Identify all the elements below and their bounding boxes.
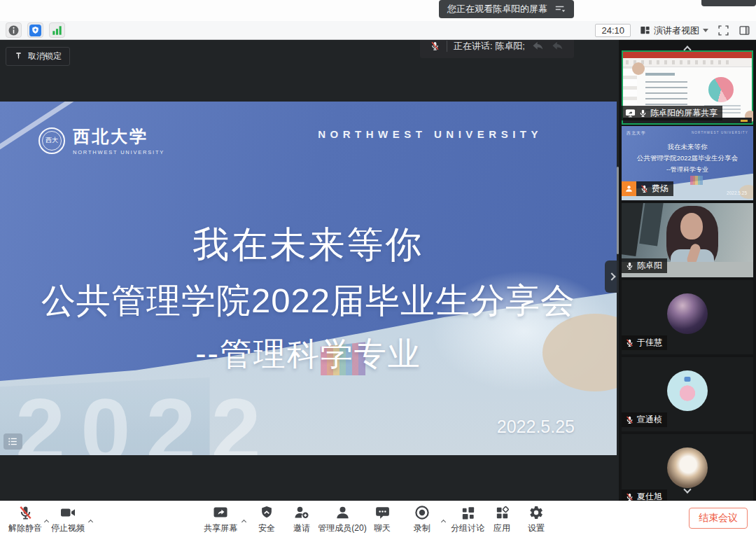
video-options-chevron[interactable] [89, 514, 92, 527]
mic-muted-icon [625, 415, 634, 424]
annotation-arrow-icon[interactable] [531, 41, 545, 52]
top-right-notch [701, 0, 756, 6]
top-strip: 您正在观看陈卓阳的屏幕 [0, 0, 756, 21]
participant-tile-chenzhuoyang[interactable]: 陈卓阳 [622, 203, 753, 277]
participant-label: 夏仕旭 [622, 489, 667, 501]
watch-banner-text: 您正在观看陈卓阳的屏幕 [447, 3, 547, 15]
divider [447, 41, 447, 52]
layout-icon [640, 25, 650, 36]
view-mode-selector[interactable]: 演讲者视图 [640, 25, 708, 37]
mic-muted-icon [18, 505, 34, 521]
pin-icon [14, 51, 23, 62]
mic-on-icon [638, 109, 648, 118]
participants-sidebar: 陈卓阳的屏幕共享 西北大学 NORTHWEST UNIVERSITY 我在未来等… [619, 40, 756, 501]
slide-title-line1: 我在未来等你 [0, 221, 617, 270]
participant-name: 夏仕旭 [637, 491, 662, 501]
participant-name: 宣通桢 [637, 414, 662, 426]
annotation-tools-button[interactable] [4, 433, 22, 450]
annotation-undo-icon[interactable] [551, 41, 564, 52]
banner-menu-icon[interactable] [554, 4, 566, 14]
participant-label: 宣通桢 [622, 412, 667, 427]
network-quality-button[interactable] [49, 22, 65, 38]
thumbnail-pie-chart [708, 77, 734, 102]
participant-label: 陈卓阳的屏幕共享 [622, 106, 722, 120]
security-shield-button[interactable] [27, 22, 43, 38]
sidebar-scrollbar[interactable] [617, 167, 619, 254]
participant-tile-xuantongzhen[interactable]: 宣通桢 [622, 357, 753, 431]
unpin-label: 取消锁定 [28, 50, 62, 62]
university-logo: 西大 西北大学 NORTHWEST UNIVERSITY [38, 125, 164, 155]
university-name-en: NORTHWEST UNIVERSITY [73, 149, 164, 155]
camera-icon [59, 504, 76, 521]
watch-banner[interactable]: 您正在观看陈卓阳的屏幕 [439, 0, 574, 18]
slide-header-text: NORTHWEST UNIVERSITY [318, 128, 542, 140]
avatar [667, 370, 708, 411]
scroll-up-button[interactable] [685, 43, 690, 55]
fullscreen-button[interactable] [718, 25, 729, 36]
slide-date: 2022.5.25 [497, 417, 575, 437]
avatar [667, 293, 708, 334]
slide-title-line3: --管理科学专业 [0, 333, 617, 376]
mic-muted-icon [640, 184, 649, 193]
participant-name: 于佳慧 [637, 337, 662, 349]
end-meeting-button[interactable]: 结束会议 [689, 508, 748, 529]
participant-name: 费炀 [652, 183, 668, 195]
slide-title: 我在未来等你 公共管理学院2022届毕业生分享会 --管理科学专业 [0, 221, 617, 376]
presenter-badge-icon [622, 181, 636, 196]
share-screen-icon [212, 504, 229, 521]
screen-share-icon [625, 109, 636, 118]
participant-label: 陈卓阳 [622, 258, 667, 273]
settings-button[interactable]: 设置 [503, 504, 570, 534]
person-plus-icon [293, 504, 310, 521]
participant-label: 费炀 [622, 181, 673, 196]
university-name-cn: 西北大学 [73, 125, 164, 148]
participant-name: 陈卓阳的屏幕共享 [650, 107, 718, 119]
record-icon [414, 504, 430, 521]
participant-tile-screenshare[interactable]: 陈卓阳的屏幕共享 [622, 50, 753, 125]
signal-bars-icon [51, 25, 63, 36]
meeting-window: 您正在观看陈卓阳的屏幕 [0, 0, 756, 535]
participant-tile-yujiahui[interactable]: 于佳慧 [622, 280, 753, 354]
side-panel-toggle-button[interactable] [738, 25, 750, 36]
shield-plus-icon [29, 25, 41, 36]
speaking-status-banner: 正在讲话: 陈卓阳; [420, 40, 574, 58]
mic-muted-icon [625, 492, 634, 501]
bottom-toolbar: 解除静音 停止视频 共享屏幕 安全 [0, 501, 756, 535]
list-icon [8, 437, 18, 446]
gear-icon [528, 505, 544, 520]
info-icon [8, 25, 20, 36]
view-mode-label: 演讲者视图 [654, 25, 699, 37]
participant-tile-feiyang[interactable]: 西北大学 NORTHWEST UNIVERSITY 我在未来等你 公共管理学院2… [622, 126, 753, 200]
unpin-button[interactable]: 取消锁定 [6, 47, 70, 66]
chevron-down-icon [703, 29, 708, 32]
participant-name: 陈卓阳 [637, 260, 662, 272]
slide-title-line2: 公共管理学院2022届毕业生分享会 [0, 278, 617, 324]
speaking-label: 正在讲话: 陈卓阳; [454, 40, 525, 53]
presentation-slide: 西大 西北大学 NORTHWEST UNIVERSITY NORTHWEST U… [0, 102, 617, 455]
sidebar-collapse-button[interactable] [605, 260, 619, 293]
meeting-toolbar: 24:10 演讲者视图 [0, 21, 756, 40]
university-seal-icon: 西大 [38, 127, 65, 154]
chevron-right-icon [608, 272, 615, 280]
meeting-timer: 24:10 [595, 24, 631, 37]
mic-on-icon [625, 261, 634, 270]
participant-label: 于佳慧 [622, 335, 667, 350]
meeting-info-button[interactable] [6, 22, 22, 38]
mic-muted-icon [625, 338, 634, 347]
mic-muted-icon [430, 41, 440, 51]
scroll-down-button[interactable] [685, 482, 690, 495]
slide-year-watermark: 2022 [15, 379, 276, 455]
shared-screen-stage: 取消锁定 正在讲话: 陈卓阳; [0, 40, 619, 501]
